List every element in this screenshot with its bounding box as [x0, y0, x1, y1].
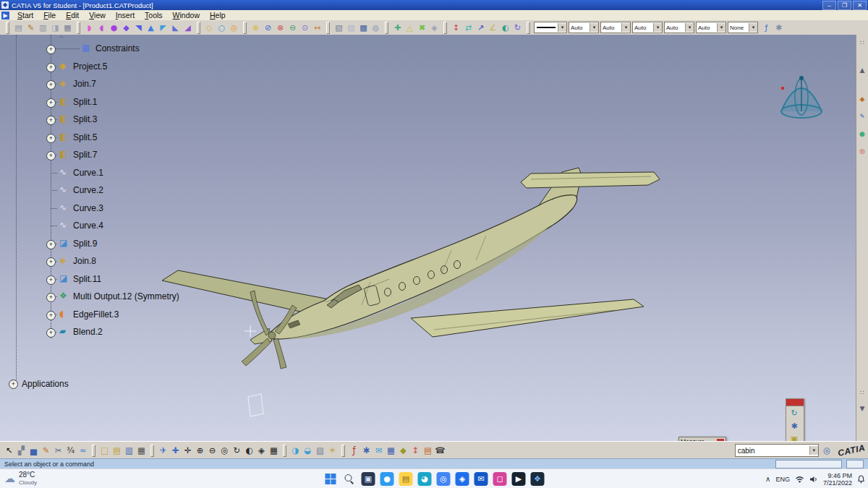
formula-icon[interactable]: ✱ — [360, 445, 373, 457]
tree-expander-icon[interactable]: + — [46, 257, 56, 267]
start-button[interactable] — [324, 472, 338, 486]
toolbar-combo[interactable]: Auto▾ — [696, 22, 726, 33]
coincidence-icon[interactable]: ◈ — [428, 22, 441, 34]
anchor-icon[interactable]: △ — [404, 22, 416, 34]
boundary-icon[interactable]: ⊖ — [286, 22, 299, 34]
new-icon[interactable]: □ — [98, 445, 111, 457]
toolbar-grip[interactable] — [150, 445, 154, 457]
tree-item[interactable]: +◈Join.7 — [0, 75, 217, 93]
open-icon[interactable]: ▤ — [111, 445, 123, 457]
dress-up-icon[interactable]: ▨ — [345, 22, 357, 34]
surface-workbench-icon[interactable]: ● — [857, 129, 867, 139]
menu-window[interactable]: Window — [168, 10, 205, 20]
mail-icon[interactable]: ✉ — [373, 445, 385, 457]
tree-item[interactable]: ∿Curve.1 — [0, 164, 217, 182]
sweep-surface-icon[interactable]: ◥ — [132, 22, 145, 34]
tree-expander-icon[interactable]: + — [46, 80, 56, 90]
join-icon[interactable]: ⊕ — [250, 22, 262, 34]
view-mode-icon[interactable]: ◨ — [49, 22, 61, 34]
layers-icon[interactable]: ▦ — [61, 22, 74, 34]
clock[interactable]: 9:46 PM 7/21/2022 — [823, 472, 852, 487]
view-compass[interactable] — [775, 71, 827, 124]
dock-handle-icon[interactable]: ∷ — [857, 38, 867, 48]
menu-start[interactable]: Start — [12, 10, 38, 20]
tree-item[interactable]: ∿Curve.4 — [0, 217, 217, 235]
tree-item[interactable]: +▦Constraints — [0, 40, 217, 58]
angle-icon[interactable]: ∠ — [487, 22, 499, 34]
translate-icon[interactable]: ↔ — [311, 22, 323, 34]
tree-expander-icon[interactable]: + — [46, 45, 56, 54]
close-button[interactable] — [786, 399, 804, 406]
spline-icon[interactable]: ≈ — [77, 445, 89, 457]
measure-between-icon[interactable]: ↕ — [450, 22, 462, 34]
menu-view[interactable]: View — [84, 10, 111, 20]
fillet-icon[interactable]: ⊙ — [299, 22, 311, 34]
photos-icon[interactable]: ❖ — [531, 472, 545, 486]
update-icon[interactable]: ↻ — [786, 406, 802, 419]
instagram-icon[interactable]: ◻ — [493, 472, 507, 486]
tree-expander-icon[interactable]: + — [46, 98, 56, 108]
ratio-icon[interactable]: ¾ — [64, 445, 77, 457]
tree-item[interactable]: +❖Multi Output.12 (Symmetry) — [0, 288, 217, 306]
close-button[interactable]: ✕ — [853, 1, 867, 10]
multi-view-icon[interactable]: ▦ — [268, 445, 280, 457]
wifi-icon[interactable] — [795, 476, 804, 483]
inertia-icon[interactable]: ◐ — [499, 22, 511, 34]
tree-item[interactable]: +◈Join.8 — [0, 252, 217, 270]
select-icon[interactable]: ↖ — [3, 445, 15, 457]
knowledge-icon[interactable]: ƒ — [760, 22, 773, 34]
grid-icon[interactable]: ▦ — [385, 445, 397, 457]
tree-expander-icon[interactable]: + — [46, 275, 56, 285]
revolve-surface-icon[interactable]: ◖ — [95, 22, 108, 34]
options-icon[interactable]: ✱ — [773, 22, 785, 34]
sketch-workbench-icon[interactable]: ✎ — [857, 111, 867, 121]
split-icon[interactable]: ⊘ — [262, 22, 274, 34]
task-view-icon[interactable]: ▣ — [362, 472, 375, 486]
tree-item[interactable]: +▰Blend.2 — [0, 323, 217, 341]
store-icon[interactable]: ◈ — [456, 472, 469, 486]
catalog-icon[interactable]: ◆ — [857, 94, 867, 104]
fix-constraint-icon[interactable]: ✖ — [416, 22, 428, 34]
toolbar-combo[interactable]: Auto▾ — [569, 22, 599, 33]
language-indicator[interactable]: ENG — [775, 476, 790, 483]
telephone-icon[interactable]: ☎ — [434, 445, 446, 457]
viewport-3d[interactable]: ⊥ +▦Constraints+◆Project.5+◈Join.7+◧Spli… — [0, 35, 856, 441]
measure-icon[interactable]: ↕ — [409, 445, 422, 457]
toolbar-combo[interactable]: Auto▾ — [664, 22, 694, 33]
file-explorer-icon[interactable]: ▤ — [399, 472, 413, 486]
measure-item-icon[interactable]: ⇄ — [462, 22, 475, 34]
tree-item[interactable]: +◖EdgeFillet.3 — [0, 306, 217, 324]
notification-bell-icon[interactable] — [857, 475, 865, 484]
toolbar-grip[interactable] — [77, 22, 80, 34]
draft-analysis-icon[interactable]: ◍ — [370, 22, 382, 34]
scroll-up-icon[interactable]: ▲ — [857, 65, 867, 75]
toolbar-grip[interactable] — [385, 22, 388, 34]
axis-system-icon[interactable]: ↗ — [475, 22, 487, 34]
sketch-tracer-icon[interactable]: ✎ — [25, 22, 37, 34]
sphere-surface-icon[interactable]: ● — [108, 22, 120, 34]
fx-icon[interactable]: ƒ — [348, 445, 360, 457]
toolbar-grip[interactable] — [243, 22, 247, 34]
toolbar-grip[interactable] — [443, 22, 447, 34]
extract-icon[interactable]: ◢ — [182, 22, 194, 34]
cut-icon[interactable]: ✂ — [52, 445, 64, 457]
constraint-icon[interactable]: ✚ — [391, 22, 404, 34]
toolbar-grip[interactable] — [341, 445, 345, 457]
render-style-icon[interactable]: ▧ — [314, 445, 326, 457]
tree-item-applications[interactable]: +Applications — [9, 379, 69, 390]
walk-icon[interactable]: ✚ — [169, 445, 182, 457]
fit-all-icon[interactable]: ◎ — [218, 445, 231, 457]
volume-icon[interactable] — [809, 476, 818, 483]
snap-icon[interactable]: ◆ — [397, 445, 409, 457]
tree-item[interactable]: ∿Curve.2 — [0, 181, 217, 200]
tree-item[interactable]: +◧Split.1 — [0, 93, 217, 111]
tree-item[interactable]: +◧Split.3 — [0, 111, 217, 129]
toolbar-grip[interactable] — [92, 445, 95, 457]
zoom-in-icon[interactable]: ⊕ — [194, 445, 206, 457]
search-button[interactable] — [343, 472, 357, 486]
iso-view-icon[interactable]: ◈ — [255, 445, 268, 457]
minimize-button[interactable]: – — [822, 1, 836, 10]
power-input-icon[interactable]: ◎ — [821, 445, 833, 457]
toolbar-grip[interactable] — [326, 22, 330, 34]
menu-file[interactable]: File — [38, 10, 61, 20]
